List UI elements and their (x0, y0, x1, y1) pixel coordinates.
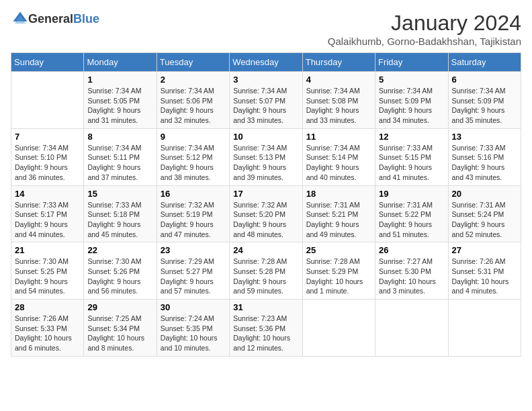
weekday-header: Wednesday (230, 53, 302, 72)
calendar-cell: 15 Sunrise: 7:33 AM Sunset: 5:18 PM Dayl… (84, 185, 157, 242)
calendar-cell: 8 Sunrise: 7:34 AM Sunset: 5:11 PM Dayli… (84, 128, 157, 185)
day-info: Sunrise: 7:33 AM Sunset: 5:17 PM Dayligh… (15, 200, 80, 240)
sunrise-label: Sunrise: 7:29 AM (161, 257, 214, 265)
day-info: Sunrise: 7:34 AM Sunset: 5:13 PM Dayligh… (233, 143, 298, 183)
calendar-cell (11, 72, 84, 129)
sunrise-label: Sunrise: 7:28 AM (306, 257, 360, 265)
day-info: Sunrise: 7:27 AM Sunset: 5:30 PM Dayligh… (379, 257, 444, 296)
sunset-label: Sunset: 5:28 PM (233, 267, 285, 275)
daylight-label: Daylight: 9 hours and 40 minutes. (306, 163, 359, 181)
daylight-label: Daylight: 9 hours and 32 minutes. (161, 106, 214, 124)
calendar-cell: 3 Sunrise: 7:34 AM Sunset: 5:07 PM Dayli… (230, 72, 302, 129)
day-info: Sunrise: 7:23 AM Sunset: 5:36 PM Dayligh… (233, 314, 298, 353)
day-info: Sunrise: 7:30 AM Sunset: 5:25 PM Dayligh… (15, 257, 80, 296)
day-number: 2 (161, 75, 226, 85)
sunset-label: Sunset: 5:33 PM (15, 324, 67, 332)
day-info: Sunrise: 7:26 AM Sunset: 5:31 PM Dayligh… (452, 257, 517, 296)
day-number: 17 (233, 189, 298, 199)
calendar-cell: 20 Sunrise: 7:31 AM Sunset: 5:24 PM Dayl… (448, 185, 521, 242)
sunset-label: Sunset: 5:36 PM (233, 324, 285, 332)
logo-general: General (28, 12, 73, 26)
calendar-cell: 19 Sunrise: 7:31 AM Sunset: 5:22 PM Dayl… (375, 185, 448, 242)
day-info: Sunrise: 7:34 AM Sunset: 5:09 PM Dayligh… (379, 86, 444, 126)
sunrise-label: Sunrise: 7:34 AM (306, 144, 360, 152)
calendar-cell: 30 Sunrise: 7:24 AM Sunset: 5:35 PM Dayl… (157, 300, 229, 357)
calendar-cell: 17 Sunrise: 7:32 AM Sunset: 5:20 PM Dayl… (230, 185, 302, 242)
daylight-label: Daylight: 10 hours and 6 minutes. (15, 334, 72, 352)
daylight-label: Daylight: 9 hours and 59 minutes. (233, 277, 286, 295)
daylight-label: Daylight: 9 hours and 31 minutes. (87, 106, 140, 124)
day-number: 1 (87, 75, 152, 85)
daylight-label: Daylight: 10 hours and 1 minute. (306, 277, 363, 295)
calendar-cell: 25 Sunrise: 7:28 AM Sunset: 5:29 PM Dayl… (302, 242, 375, 300)
calendar-cell: 4 Sunrise: 7:34 AM Sunset: 5:08 PM Dayli… (302, 72, 375, 129)
day-info: Sunrise: 7:33 AM Sunset: 5:18 PM Dayligh… (87, 200, 152, 240)
day-info: Sunrise: 7:34 AM Sunset: 5:06 PM Dayligh… (161, 86, 226, 126)
day-info: Sunrise: 7:34 AM Sunset: 5:09 PM Dayligh… (452, 86, 517, 126)
day-info: Sunrise: 7:34 AM Sunset: 5:14 PM Dayligh… (306, 143, 371, 183)
sunset-label: Sunset: 5:09 PM (379, 97, 431, 105)
daylight-label: Daylight: 9 hours and 43 minutes. (452, 163, 505, 181)
sunset-label: Sunset: 5:34 PM (87, 324, 140, 332)
day-number: 14 (15, 189, 80, 199)
day-info: Sunrise: 7:30 AM Sunset: 5:26 PM Dayligh… (87, 257, 152, 296)
day-info: Sunrise: 7:28 AM Sunset: 5:29 PM Dayligh… (306, 257, 371, 296)
logo-text: GeneralBlue (28, 12, 99, 26)
day-info: Sunrise: 7:34 AM Sunset: 5:10 PM Dayligh… (15, 143, 80, 183)
sunrise-label: Sunrise: 7:26 AM (452, 257, 506, 265)
weekday-header: Monday (84, 53, 157, 72)
sunset-label: Sunset: 5:18 PM (87, 210, 140, 218)
day-number: 30 (161, 302, 226, 312)
day-info: Sunrise: 7:34 AM Sunset: 5:11 PM Dayligh… (87, 143, 152, 183)
daylight-label: Daylight: 9 hours and 47 minutes. (161, 220, 214, 238)
daylight-label: Daylight: 10 hours and 4 minutes. (452, 277, 509, 295)
day-info: Sunrise: 7:33 AM Sunset: 5:16 PM Dayligh… (452, 143, 517, 183)
calendar-cell: 29 Sunrise: 7:25 AM Sunset: 5:34 PM Dayl… (84, 300, 157, 357)
sunset-label: Sunset: 5:08 PM (306, 97, 359, 105)
page-header: GeneralBlue January 2024 Qalaikhumb, Gor… (11, 11, 521, 47)
calendar-week-row: 21 Sunrise: 7:30 AM Sunset: 5:25 PM Dayl… (11, 242, 521, 300)
calendar-cell (448, 300, 521, 357)
day-number: 13 (452, 132, 517, 142)
day-number: 29 (87, 302, 152, 312)
calendar-week-row: 1 Sunrise: 7:34 AM Sunset: 5:05 PM Dayli… (11, 72, 521, 129)
sunrise-label: Sunrise: 7:34 AM (233, 87, 287, 95)
sunset-label: Sunset: 5:09 PM (452, 97, 504, 105)
calendar-cell: 23 Sunrise: 7:29 AM Sunset: 5:27 PM Dayl… (157, 242, 229, 300)
daylight-label: Daylight: 9 hours and 44 minutes. (15, 220, 68, 238)
day-info: Sunrise: 7:34 AM Sunset: 5:08 PM Dayligh… (306, 86, 371, 126)
day-number: 27 (452, 245, 517, 255)
daylight-label: Daylight: 9 hours and 48 minutes. (233, 220, 286, 238)
sunset-label: Sunset: 5:25 PM (15, 267, 67, 275)
sunset-label: Sunset: 5:11 PM (87, 153, 140, 161)
day-info: Sunrise: 7:34 AM Sunset: 5:12 PM Dayligh… (161, 143, 226, 183)
daylight-label: Daylight: 10 hours and 8 minutes. (87, 334, 144, 352)
sunset-label: Sunset: 5:35 PM (161, 324, 213, 332)
daylight-label: Daylight: 10 hours and 12 minutes. (233, 334, 290, 352)
sunset-label: Sunset: 5:15 PM (379, 153, 431, 161)
sunrise-label: Sunrise: 7:25 AM (87, 314, 141, 322)
calendar-cell: 28 Sunrise: 7:26 AM Sunset: 5:33 PM Dayl… (11, 300, 84, 357)
day-number: 11 (306, 132, 371, 142)
calendar-cell: 11 Sunrise: 7:34 AM Sunset: 5:14 PM Dayl… (302, 128, 375, 185)
sunset-label: Sunset: 5:26 PM (87, 267, 140, 275)
day-info: Sunrise: 7:24 AM Sunset: 5:35 PM Dayligh… (161, 314, 226, 353)
sunrise-label: Sunrise: 7:34 AM (452, 87, 506, 95)
calendar-cell: 14 Sunrise: 7:33 AM Sunset: 5:17 PM Dayl… (11, 185, 84, 242)
weekday-header: Sunday (11, 53, 84, 72)
daylight-label: Daylight: 10 hours and 3 minutes. (379, 277, 436, 295)
sunrise-label: Sunrise: 7:27 AM (379, 257, 433, 265)
weekday-header: Saturday (448, 53, 521, 72)
sunset-label: Sunset: 5:06 PM (161, 97, 213, 105)
sunrise-label: Sunrise: 7:32 AM (161, 201, 214, 209)
day-info: Sunrise: 7:29 AM Sunset: 5:27 PM Dayligh… (161, 257, 226, 296)
calendar-cell: 16 Sunrise: 7:32 AM Sunset: 5:19 PM Dayl… (157, 185, 229, 242)
sunrise-label: Sunrise: 7:34 AM (306, 87, 360, 95)
sunrise-label: Sunrise: 7:30 AM (15, 257, 69, 265)
logo: GeneralBlue (11, 11, 99, 27)
sunrise-label: Sunrise: 7:34 AM (161, 87, 214, 95)
day-number: 10 (233, 132, 298, 142)
sunset-label: Sunset: 5:12 PM (161, 153, 213, 161)
sunrise-label: Sunrise: 7:30 AM (87, 257, 141, 265)
day-number: 8 (87, 132, 152, 142)
